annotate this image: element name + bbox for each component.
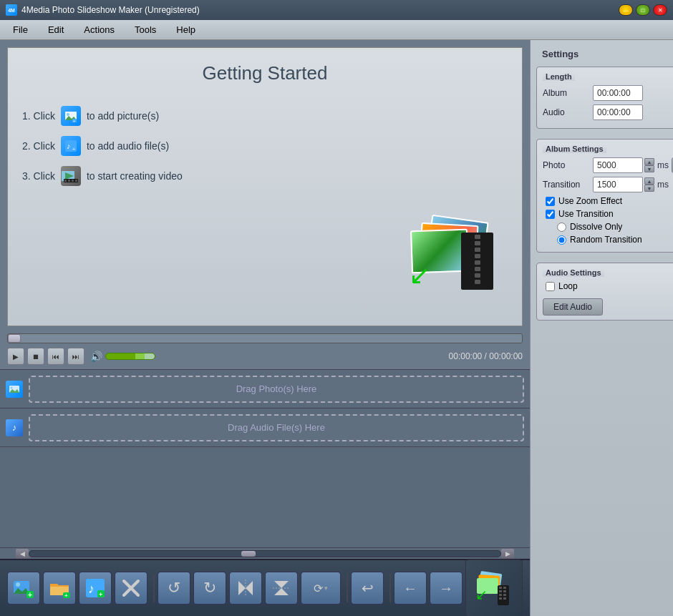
- seek-bar[interactable]: [7, 333, 523, 343]
- svg-text:↙: ↙: [475, 587, 488, 602]
- step-2: 2. Click ♪ + to add audio file(s): [22, 136, 169, 156]
- loop-checkbox[interactable]: [546, 282, 555, 291]
- transition-duration-row: Transition ▲ ▼ ms: [543, 177, 673, 192]
- photo-duration-label: Photo: [543, 160, 593, 170]
- app-icon: 4M: [6, 4, 17, 16]
- audio-length-row: Audio: [543, 104, 673, 120]
- green-arrow-icon: ↙: [409, 263, 430, 288]
- photo-spin-up[interactable]: ▲: [644, 158, 654, 165]
- svg-text:+: +: [64, 592, 68, 598]
- menu-actions[interactable]: Actions: [74, 21, 125, 38]
- photo-drop-zone[interactable]: Drag Photo(s) Here: [29, 376, 524, 403]
- svg-rect-50: [503, 597, 506, 600]
- play-button[interactable]: ▶: [7, 348, 24, 365]
- svg-text:+: +: [72, 147, 75, 152]
- prev-button[interactable]: ⏮: [47, 348, 64, 365]
- flip-h-button[interactable]: [229, 572, 262, 605]
- photo-duration-row: Photo ▲ ▼ ms ♪: [543, 157, 673, 173]
- h-scroll-track[interactable]: [29, 550, 501, 557]
- transition-spin-group: ▲ ▼: [644, 177, 654, 192]
- film-strip: [461, 233, 493, 290]
- add-photo-button[interactable]: +: [7, 572, 40, 605]
- use-transition-row: Use Transition: [543, 209, 673, 219]
- use-transition-checkbox[interactable]: [546, 210, 555, 219]
- prev-frame-button[interactable]: ←: [394, 572, 427, 605]
- svg-rect-12: [68, 180, 70, 182]
- toolbar-separator-2: [347, 574, 348, 602]
- add-audio-button[interactable]: ♪ +: [79, 572, 112, 605]
- h-scroll-thumb[interactable]: [241, 551, 256, 557]
- album-settings-legend: Album Settings: [543, 145, 606, 153]
- next-button[interactable]: ⏭: [67, 348, 84, 365]
- svg-marker-35: [274, 581, 289, 588]
- rotate-ccw-button[interactable]: ↺: [158, 572, 190, 605]
- h-scrollbar: ◀ ▶: [0, 547, 530, 559]
- step3-suffix: to start creating video: [87, 170, 183, 182]
- rotate-cw-button[interactable]: ↻: [193, 572, 226, 605]
- maximize-button[interactable]: □: [636, 4, 650, 16]
- step1-number: 1. Click: [22, 110, 55, 122]
- volume-bar[interactable]: [105, 353, 155, 360]
- delete-button[interactable]: [115, 572, 147, 605]
- step2-icon: ♪ +: [61, 136, 81, 156]
- zoom-effect-checkbox[interactable]: [546, 197, 555, 206]
- undo-button[interactable]: ↩: [351, 572, 384, 605]
- photo-spin-down[interactable]: ▼: [644, 165, 654, 172]
- preview-illustration: ↙: [407, 218, 500, 311]
- svg-rect-44: [499, 590, 502, 592]
- transition-duration-input[interactable]: [593, 177, 643, 192]
- album-label: Album: [543, 88, 593, 98]
- transition-spin-up[interactable]: ▲: [644, 177, 654, 185]
- app-title: 4Media Photo Slideshow Maker (Unregister…: [21, 5, 616, 15]
- album-settings-section: Album Settings Photo ▲ ▼ ms ♪ Transition…: [536, 139, 673, 253]
- random-radio[interactable]: [557, 235, 566, 245]
- menu-bar: File Edit Actions Tools Help: [0, 20, 673, 40]
- close-button[interactable]: ✕: [653, 4, 667, 16]
- svg-rect-11: [64, 180, 67, 182]
- audio-timeline-icon: ♪: [6, 419, 23, 436]
- svg-marker-33: [246, 581, 253, 595]
- album-value-input[interactable]: [593, 85, 643, 101]
- svg-text:+: +: [99, 591, 102, 598]
- seek-handle[interactable]: [8, 334, 21, 343]
- loop-label: Loop: [558, 281, 578, 291]
- use-transition-label: Use Transition: [558, 209, 614, 219]
- svg-rect-46: [499, 597, 502, 600]
- minimize-button[interactable]: —: [619, 4, 633, 16]
- create-video-button[interactable]: ↙: [465, 559, 523, 616]
- title-bar: 4M 4Media Photo Slideshow Maker (Unregis…: [0, 0, 673, 20]
- scroll-right-button[interactable]: ▶: [501, 549, 514, 559]
- menu-edit[interactable]: Edit: [38, 21, 74, 38]
- svg-rect-47: [503, 587, 506, 589]
- svg-rect-43: [499, 587, 502, 589]
- settings-header: Settings: [536, 46, 673, 61]
- photo-duration-input[interactable]: [593, 157, 643, 173]
- dissolve-radio[interactable]: [557, 223, 566, 232]
- right-panel: Settings Length Album Audio Album Settin…: [530, 40, 673, 616]
- add-folder-button[interactable]: +: [43, 572, 76, 605]
- menu-file[interactable]: File: [3, 21, 38, 38]
- audio-label: Audio: [543, 107, 593, 117]
- more-button[interactable]: ⟳ ▾: [301, 572, 341, 605]
- svg-point-1: [67, 113, 69, 116]
- zoom-effect-row: Use Zoom Effect: [543, 196, 673, 206]
- preview-area: Getting Started 1. Click + to add pictur…: [7, 47, 523, 326]
- svg-marker-36: [274, 588, 289, 595]
- next-frame-button[interactable]: →: [430, 572, 463, 605]
- audio-value-input[interactable]: [593, 104, 643, 120]
- flip-v-button[interactable]: [265, 572, 298, 605]
- edit-audio-button[interactable]: Edit Audio: [543, 298, 603, 316]
- menu-help[interactable]: Help: [166, 21, 205, 38]
- stop-button[interactable]: ⏹: [27, 348, 44, 365]
- svg-text:♪: ♪: [67, 142, 71, 150]
- svg-point-16: [11, 386, 13, 388]
- audio-drop-zone[interactable]: Drag Audio File(s) Here: [29, 414, 524, 441]
- menu-tools[interactable]: Tools: [125, 21, 166, 38]
- toolbar-separator-1: [153, 574, 155, 602]
- time-display: 00:00:00 / 00:00:00: [161, 351, 523, 361]
- photo-timeline-icon: [6, 381, 23, 398]
- main-layout: Getting Started 1. Click + to add pictur…: [0, 40, 673, 616]
- audio-timeline-row: ♪ Drag Audio File(s) Here: [0, 409, 530, 447]
- transition-spin-down[interactable]: ▼: [644, 185, 654, 192]
- scroll-left-button[interactable]: ◀: [16, 549, 29, 559]
